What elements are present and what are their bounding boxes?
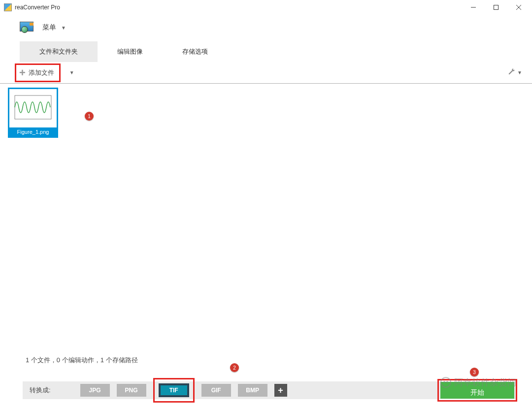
add-files-button[interactable]: + 添加文件 bbox=[15, 63, 61, 82]
tab-edit[interactable]: 编辑图像 bbox=[98, 41, 163, 62]
tab-files[interactable]: 文件和文件夹 bbox=[20, 41, 98, 62]
convert-bar: 转换成: JPG PNG TIF GIF BMP + 开始 bbox=[23, 381, 517, 399]
annotation-badge-2: 2 bbox=[230, 363, 239, 372]
format-add-button[interactable]: + bbox=[274, 384, 287, 397]
plus-icon: + bbox=[19, 67, 26, 78]
app-title: reaConverter Pro bbox=[15, 4, 60, 11]
menu-label: 菜单 bbox=[42, 23, 56, 32]
convert-label: 转换成: bbox=[23, 386, 80, 395]
format-jpg[interactable]: JPG bbox=[80, 384, 110, 397]
caret-down-icon: ▼ bbox=[61, 25, 66, 31]
maximize-button[interactable] bbox=[485, 0, 507, 15]
add-files-label: 添加文件 bbox=[29, 68, 54, 77]
svg-rect-4 bbox=[15, 95, 51, 119]
status-text: 1 个文件，0 个编辑动作，1 个存储路径 bbox=[26, 356, 138, 365]
settings-dropdown[interactable]: ▼ bbox=[517, 70, 522, 75]
file-list: Figure_1.png 1 bbox=[0, 84, 532, 340]
format-buttons: JPG PNG TIF GIF BMP + bbox=[80, 383, 287, 398]
add-files-dropdown[interactable]: ▼ bbox=[69, 70, 74, 75]
menu-icon bbox=[20, 22, 34, 33]
tabs: 文件和文件夹 编辑图像 存储选项 bbox=[0, 41, 532, 62]
close-button[interactable] bbox=[507, 0, 530, 15]
format-png[interactable]: PNG bbox=[117, 384, 146, 397]
menu-button[interactable]: 菜单 ▼ bbox=[42, 23, 66, 32]
file-item[interactable]: Figure_1.png bbox=[8, 88, 58, 138]
file-thumbnail bbox=[9, 89, 57, 127]
settings-button[interactable] bbox=[507, 68, 515, 77]
start-button[interactable]: 开始 bbox=[440, 382, 514, 399]
annotation-badge-3: 3 bbox=[470, 368, 479, 377]
format-gif[interactable]: GIF bbox=[201, 384, 231, 397]
format-tif[interactable]: TIF bbox=[159, 383, 189, 397]
file-name: Figure_1.png bbox=[9, 127, 57, 136]
minimize-button[interactable] bbox=[462, 0, 485, 15]
format-bmp[interactable]: BMP bbox=[238, 384, 267, 397]
annotation-badge-1: 1 bbox=[85, 112, 94, 121]
toolbar: + 添加文件 ▼ ▼ bbox=[0, 62, 532, 84]
titlebar: reaConverter Pro bbox=[0, 0, 532, 15]
start-highlight: 开始 bbox=[437, 379, 517, 402]
app-icon bbox=[4, 3, 12, 11]
tab-save[interactable]: 存储选项 bbox=[163, 41, 228, 62]
svg-rect-1 bbox=[494, 5, 499, 10]
format-tif-highlight: TIF bbox=[153, 378, 195, 403]
menu-row: 菜单 ▼ bbox=[0, 15, 532, 41]
